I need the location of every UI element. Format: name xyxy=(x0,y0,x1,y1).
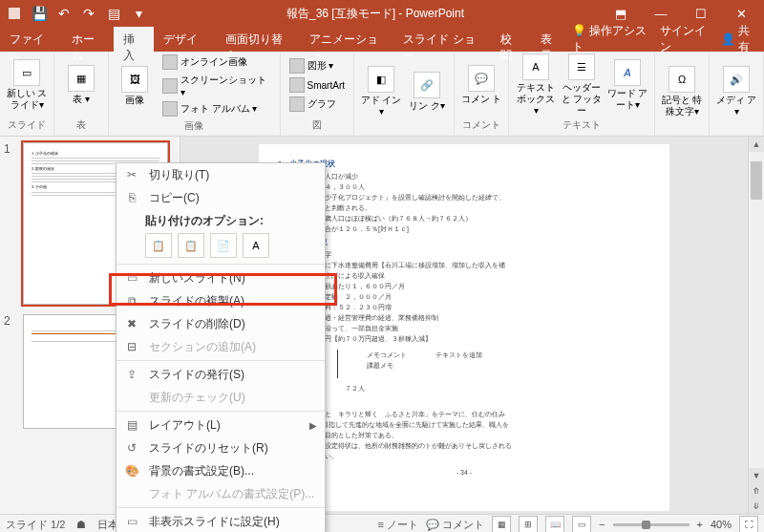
ctx-format-background[interactable]: 🎨背景の書式設定(B)... xyxy=(117,459,325,482)
share-button[interactable]: 👤共有 xyxy=(721,23,758,55)
ctx-new-slide[interactable]: ▭新しいスライド(N) xyxy=(117,266,325,289)
photo-album-button[interactable]: フォト アルバム ▾ xyxy=(159,100,274,117)
tab-transitions[interactable]: 画面切り替え xyxy=(216,27,299,52)
context-menu: ✂切り取り(T) ⎘コピー(C) 貼り付けのオプション: 📋 📋 📄 A ▭新し… xyxy=(116,162,326,532)
ribbon-group-media: 🔊メディ ア▾ xyxy=(710,52,764,136)
ribbon-group-illustrations: 図形 ▾ SmartArt グラフ 図 xyxy=(281,52,354,136)
save-icon[interactable]: 💾 xyxy=(29,3,50,24)
window-title: 報告_36 [互換モード] - PowerPoint xyxy=(149,6,602,22)
shapes-icon xyxy=(289,58,305,74)
next-slide-icon[interactable]: ⤋ xyxy=(749,499,764,514)
addins-button[interactable]: ◧アド イン▾ xyxy=(360,66,402,117)
textbox-button[interactable]: Aテキスト ボックス▾ xyxy=(515,53,557,117)
ctx-format-photo-album: フォト アルバムの書式設定(P)... xyxy=(117,482,325,505)
header-footer-button[interactable]: ☰ヘッダーと フッター xyxy=(561,53,603,117)
smartart-button[interactable]: SmartArt xyxy=(286,76,348,94)
links-button[interactable]: 🔗リン ク▾ xyxy=(406,72,448,112)
reading-view-icon[interactable]: 📖 xyxy=(545,516,564,532)
duplicate-icon: ⧉ xyxy=(124,293,139,309)
ctx-paste-options-label: 貼り付けのオプション: xyxy=(117,209,325,231)
paste-opt-picture[interactable]: 📄 xyxy=(210,233,237,258)
tab-file[interactable]: ファイル xyxy=(0,27,62,52)
table-icon: ▦ xyxy=(68,65,95,92)
header-icon: ☰ xyxy=(568,53,595,80)
normal-view-icon[interactable]: ▦ xyxy=(492,516,511,532)
tab-home[interactable]: ホーム xyxy=(62,27,114,52)
copy-icon: ⎘ xyxy=(124,190,139,205)
notes-button[interactable]: ≡ ノート xyxy=(378,518,418,532)
hide-icon: ▭ xyxy=(124,514,139,529)
language-icon: ☗ xyxy=(76,519,86,531)
scroll-thumb[interactable] xyxy=(751,161,762,200)
ctx-delete-slide[interactable]: ✖スライドの削除(D) xyxy=(117,312,325,335)
publish-icon: ⇪ xyxy=(124,367,139,382)
new-slide-button[interactable]: ▭新しい スライド▾ xyxy=(6,59,48,111)
screenshot-button[interactable]: スクリーンショット ▾ xyxy=(159,73,274,98)
scroll-track[interactable] xyxy=(749,152,764,468)
link-icon: 🔗 xyxy=(414,72,440,98)
zoom-out-button[interactable]: − xyxy=(599,519,605,530)
menubar: ファイル ホーム 挿入 デザイン 画面切り替え アニメーション スライド ショー… xyxy=(0,27,764,52)
scroll-up-icon[interactable]: ▲ xyxy=(749,137,764,152)
ctx-copy[interactable]: ⎘コピー(C) xyxy=(117,186,325,209)
online-pictures-button[interactable]: オンライン画像 xyxy=(159,53,274,71)
ctx-hide-slide[interactable]: ▭非表示スライドに設定(H) xyxy=(117,510,325,532)
zoom-in-button[interactable]: + xyxy=(697,519,703,530)
tell-me[interactable]: 💡 操作アシスト xyxy=(572,23,652,55)
wordart-button[interactable]: Aワード アート▾ xyxy=(606,59,648,111)
signin-link[interactable]: サインイン xyxy=(660,23,713,55)
picture-icon: 🖼 xyxy=(121,66,148,93)
tab-animations[interactable]: アニメーション xyxy=(300,27,394,52)
tab-design[interactable]: デザイン xyxy=(154,27,216,52)
ctx-publish-slides[interactable]: ⇪スライドの発行(S) xyxy=(117,363,325,386)
start-from-beginning-icon[interactable]: ▤ xyxy=(103,3,124,24)
media-button[interactable]: 🔊メディ ア▾ xyxy=(715,66,757,117)
qatb-more-icon[interactable]: ▾ xyxy=(128,3,149,24)
ribbon-group-symbols: Ω記号と 特殊文字▾ xyxy=(655,52,710,136)
ribbon-group-addins: ◧アド イン▾ 🔗リン ク▾ xyxy=(354,52,455,136)
zoom-slider[interactable] xyxy=(613,523,690,526)
slide-counter[interactable]: スライド 1/2 xyxy=(6,518,65,532)
wordart-icon: A xyxy=(614,59,641,86)
paste-opt-keep-source[interactable]: 📋 xyxy=(178,233,204,258)
pictures-button[interactable]: 🖼画像 xyxy=(115,66,156,106)
ctx-cut[interactable]: ✂切り取り(T) xyxy=(117,163,325,186)
comment-button[interactable]: 💬コメン ト xyxy=(460,65,502,105)
sorter-view-icon[interactable]: ⊞ xyxy=(519,516,538,532)
layout-icon: ▤ xyxy=(124,417,139,433)
addins-icon: ◧ xyxy=(368,66,394,93)
chart-button[interactable]: グラフ xyxy=(286,96,348,113)
ribbon-group-slides: ▭新しい スライド▾ スライド xyxy=(0,52,54,136)
textbox-icon: A xyxy=(522,53,549,80)
paste-opt-dest-theme[interactable]: 📋 xyxy=(145,233,172,258)
chart-icon xyxy=(289,96,305,112)
comments-button[interactable]: 💬 コメント xyxy=(426,518,484,532)
zoom-knob[interactable] xyxy=(642,521,650,529)
paste-opt-text-only[interactable]: A xyxy=(243,233,269,258)
prev-slide-icon[interactable]: ⤊ xyxy=(749,483,764,499)
shapes-button[interactable]: 図形 ▾ xyxy=(286,57,348,74)
tab-insert[interactable]: 挿入 xyxy=(114,27,154,52)
tab-review[interactable]: 校閲 xyxy=(491,27,531,52)
ctx-reset-slide[interactable]: ↺スライドのリセット(R) xyxy=(117,436,325,459)
fit-to-window-icon[interactable]: ⛶ xyxy=(739,516,758,532)
screenshot-icon xyxy=(162,78,178,94)
tab-slideshow[interactable]: スライド ショー xyxy=(393,27,491,52)
undo-icon[interactable]: ↶ xyxy=(53,3,74,24)
ctx-duplicate-slide[interactable]: ⧉スライドの複製(A) xyxy=(117,289,325,312)
app-icon xyxy=(4,3,25,24)
tab-view[interactable]: 表示 xyxy=(531,27,571,52)
scroll-down-icon[interactable]: ▼ xyxy=(749,468,764,483)
table-button[interactable]: ▦表 ▾ xyxy=(60,65,102,105)
reset-icon: ↺ xyxy=(124,440,139,456)
redo-icon[interactable]: ↷ xyxy=(78,3,99,24)
lightbulb-icon: 💡 xyxy=(572,24,586,37)
vertical-scrollbar[interactable]: ▲ ▼ ⤊ ⤋ xyxy=(748,137,764,514)
format-bg-icon: 🎨 xyxy=(124,463,139,479)
symbols-button[interactable]: Ω記号と 特殊文字▾ xyxy=(661,66,703,117)
ctx-add-section: ⊟セクションの追加(A) xyxy=(117,335,325,358)
zoom-level[interactable]: 40% xyxy=(711,519,732,530)
slideshow-view-icon[interactable]: ▭ xyxy=(572,516,591,532)
ctx-layout[interactable]: ▤レイアウト(L)▶ xyxy=(117,414,325,436)
share-icon: 👤 xyxy=(721,32,735,46)
